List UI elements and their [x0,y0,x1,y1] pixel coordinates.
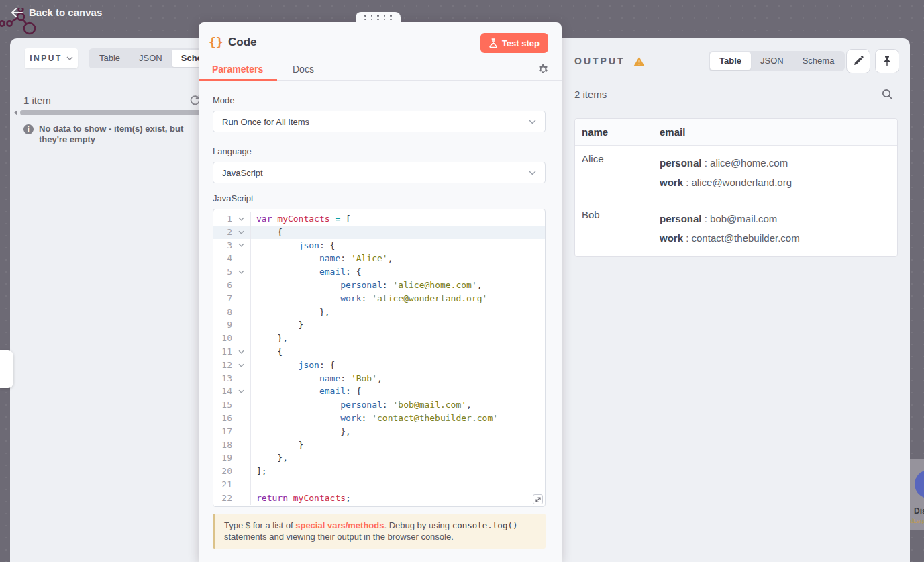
line-number: 20 [213,465,232,478]
parameters-body: Mode Run Once for All Items Language Jav… [199,81,562,549]
tab-table[interactable]: Table [90,50,130,67]
cell-name: Bob [575,201,650,256]
code-line[interactable]: 12 json: { [213,359,545,372]
line-number: 1 [213,212,232,226]
tab-parameters[interactable]: Parameters [212,64,263,75]
node-title: Code [228,36,257,49]
scroll-left-arrow-icon [14,110,17,115]
tab-json[interactable]: JSON [130,50,172,67]
gutter: 20 [213,465,251,478]
fold-chevron-icon[interactable] [238,389,244,393]
code-line[interactable]: 4 name: 'Alice', [213,252,545,265]
tab-table[interactable]: Table [710,52,751,70]
code-line[interactable]: 10 }, [213,332,545,345]
code-editor-label: JavaScript [213,193,546,203]
pin-output-button[interactable] [875,49,899,73]
gutter: 4 [213,252,251,265]
fold-chevron-icon[interactable] [238,363,244,367]
table-row[interactable]: Bobpersonal : bob@mail.comwork : contact… [575,201,897,256]
code-text [251,478,256,491]
code-text: personal: 'alice@home.com', [251,279,482,292]
input-items-count: 1 item [23,95,51,106]
empty-message-line1: No data to show - item(s) exist, but [39,124,183,134]
code-line[interactable]: 18 } [213,438,545,452]
fold-chevron-icon[interactable] [238,243,244,247]
flask-icon [489,38,497,48]
code-text: } [251,438,303,452]
ndv-screen: Back to canvas INPUT TableJSONSchema 1 i… [0,0,924,562]
fold-gutter [232,239,250,252]
code-text: email: { [251,265,362,279]
fold-chevron-icon[interactable] [238,217,244,221]
special-vars-link[interactable]: special vars/methods [295,520,384,530]
test-step-button[interactable]: Test step [480,33,548,53]
code-line[interactable]: 5 email: { [213,265,545,279]
fold-gutter [232,372,250,385]
column-header-name[interactable]: name [575,119,650,145]
code-text: name: 'Alice', [251,252,393,265]
canvas-node-partial[interactable]: Dis dLega [910,459,924,530]
code-line[interactable]: 14 email: { [213,385,545,398]
code-line[interactable]: 21 [213,478,545,491]
code-line[interactable]: 16 work: 'contact@thebuilder.com' [213,412,545,425]
gutter: 18 [213,438,251,452]
tab-schema[interactable]: Schema [793,52,844,70]
fold-gutter [232,226,250,239]
code-editor[interactable]: 1var myContacts = [2 {3 json: {4 name: '… [213,209,546,507]
code-line[interactable]: 15 personal: 'bob@mail.com', [213,398,545,412]
fold-chevron-icon[interactable] [238,350,244,354]
gutter: 8 [213,306,251,319]
code-line[interactable]: 9 } [213,318,545,332]
fold-gutter [232,451,250,465]
fold-chevron-icon[interactable] [238,230,244,234]
fold-chevron-icon[interactable] [238,270,244,274]
panel-drag-handle[interactable] [0,350,13,388]
fold-gutter [232,345,250,359]
table-row[interactable]: Alicepersonal : alice@home.comwork : ali… [575,145,897,201]
fold-gutter [232,265,250,279]
edit-output-button[interactable] [846,49,870,73]
node-icon [915,470,924,498]
fold-gutter [232,438,250,452]
language-value: JavaScript [222,168,263,178]
line-number: 8 [213,306,232,319]
code-line[interactable]: 11 { [213,345,545,359]
language-select[interactable]: JavaScript [213,162,546,183]
code-line[interactable]: 7 work: 'alice@wonderland.org' [213,292,545,306]
back-to-canvas-button[interactable]: Back to canvas [11,7,102,18]
code-line[interactable]: 19 }, [213,451,545,465]
gutter: 21 [213,478,251,491]
fold-gutter [232,306,250,319]
fold-gutter [232,412,250,425]
input-panel-title: INPUT [30,54,62,63]
code-line[interactable]: 17 }, [213,425,545,438]
language-label: Language [213,146,546,156]
input-source-selector[interactable]: INPUT [25,48,78,68]
code-text: }, [251,306,330,319]
line-number: 22 [213,491,232,505]
chevron-down-icon [66,56,73,60]
tab-docs[interactable]: Docs [293,64,314,75]
code-text: ]; [251,465,267,478]
code-line[interactable]: 1var myContacts = [ [213,212,545,226]
active-tab-underline [199,79,277,81]
search-icon[interactable] [882,89,893,100]
empty-message-line2: they're empty [39,134,183,145]
code-line[interactable]: 13 name: 'Bob', [213,372,545,385]
code-line[interactable]: 20]; [213,465,545,478]
modal-drag-handle[interactable] [356,12,401,23]
code-line[interactable]: 22return myContacts; [213,491,545,505]
fold-gutter [232,398,250,412]
mode-select[interactable]: Run Once for All Items [213,111,546,132]
tab-json[interactable]: JSON [751,52,793,70]
output-table: nameemailAlicepersonal : alice@home.comw… [574,118,898,257]
gutter: 16 [213,412,251,425]
resize-handle[interactable] [533,494,543,504]
code-line[interactable]: 6 personal: 'alice@home.com', [213,279,545,292]
gear-icon[interactable] [537,64,549,75]
hint-code-snippet: console.log() [452,520,518,530]
column-header-email[interactable]: email [650,119,897,145]
code-line[interactable]: 3 json: { [213,239,545,252]
code-line[interactable]: 2 { [213,226,545,239]
code-line[interactable]: 8 }, [213,306,545,319]
